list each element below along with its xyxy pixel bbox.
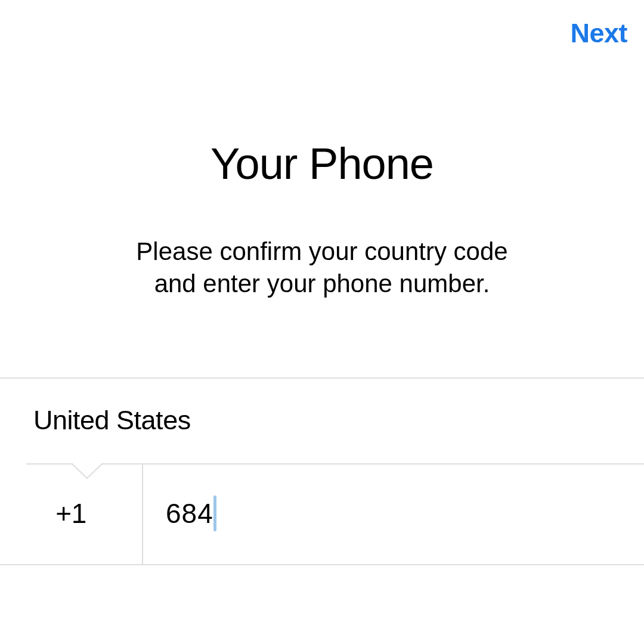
phone-row: +1 [0, 463, 644, 565]
page-subtitle: Please confirm your country code and ent… [24, 236, 620, 300]
phone-form: United States +1 [0, 377, 644, 565]
phone-number-cell [143, 463, 644, 564]
phone-number-input[interactable] [166, 497, 644, 530]
next-button[interactable]: Next [570, 18, 627, 49]
page-title: Your Phone [24, 138, 620, 189]
country-selector[interactable]: United States [0, 377, 644, 463]
country-label: United States [33, 405, 191, 435]
header-bar: Next [0, 0, 644, 49]
country-code-value: +1 [55, 497, 86, 530]
subtitle-line-1: Please confirm your country code [136, 237, 507, 265]
title-area: Your Phone Please confirm your country c… [0, 138, 644, 300]
subtitle-line-2: and enter your phone number. [154, 270, 490, 298]
country-code-field[interactable]: +1 [0, 463, 143, 564]
